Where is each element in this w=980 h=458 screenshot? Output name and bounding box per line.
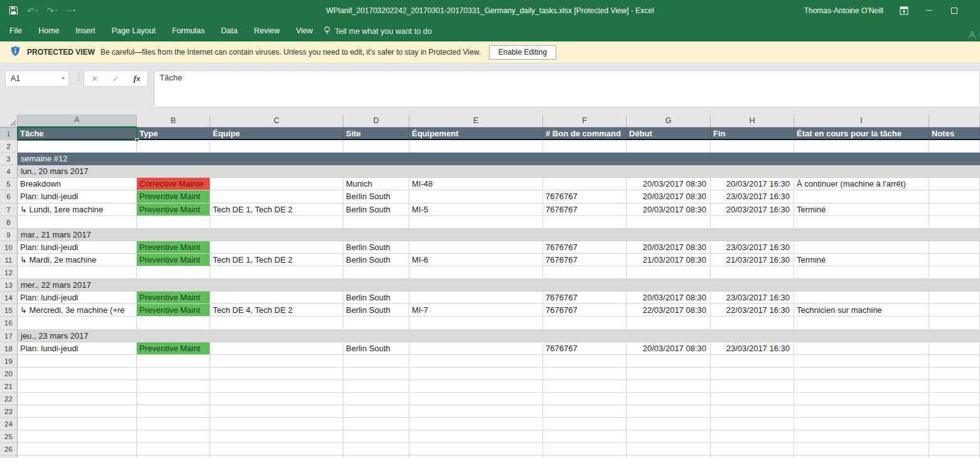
cell-F25[interactable] bbox=[543, 430, 627, 443]
cell-J10[interactable] bbox=[929, 241, 980, 254]
cell-D10[interactable]: Berlin South bbox=[343, 241, 409, 254]
row-header-25[interactable]: 25 bbox=[0, 430, 18, 443]
cell-E10[interactable] bbox=[409, 241, 543, 254]
cell-D5[interactable]: Munich bbox=[343, 178, 409, 190]
cell-G11[interactable]: 21/03/2017 08:30 bbox=[627, 254, 711, 266]
cell-F8[interactable] bbox=[543, 216, 627, 229]
cell-D18[interactable]: Berlin South bbox=[343, 342, 409, 355]
cell-F1[interactable]: # Bon de command bbox=[543, 128, 627, 140]
cell-B20[interactable] bbox=[137, 368, 210, 380]
ribbon-display-options-icon[interactable] bbox=[900, 6, 908, 15]
cell-H23[interactable] bbox=[711, 405, 794, 418]
cell-I24[interactable] bbox=[794, 418, 929, 430]
cell-D24[interactable] bbox=[343, 418, 409, 430]
cell-H26[interactable] bbox=[711, 443, 794, 455]
cell-F12[interactable] bbox=[543, 266, 627, 279]
cell-C8[interactable] bbox=[210, 216, 343, 229]
cell-E20[interactable] bbox=[409, 368, 543, 380]
tab-home[interactable]: Home bbox=[30, 21, 67, 41]
cell-B18[interactable]: Preventive Maint bbox=[137, 342, 210, 355]
cell-A1[interactable]: Tâche bbox=[18, 128, 137, 140]
redo-icon[interactable]: ↷▾ bbox=[46, 6, 57, 16]
cell-I26[interactable] bbox=[794, 443, 929, 455]
cell-B14[interactable]: Preventive Maint bbox=[137, 292, 210, 304]
cell-A6[interactable]: Plan: lundi-jeudi bbox=[18, 190, 137, 203]
cell-C21[interactable] bbox=[210, 380, 343, 393]
row-header-18[interactable]: 18 bbox=[0, 342, 18, 355]
cell-F20[interactable] bbox=[543, 368, 627, 380]
cell-C18[interactable] bbox=[210, 342, 343, 355]
cell-C7[interactable]: Tech DE 1, Tech DE 2 bbox=[210, 204, 343, 216]
cell-H22[interactable] bbox=[711, 393, 794, 405]
cell-H6[interactable]: 23/03/2017 16:30 bbox=[711, 190, 794, 203]
row-header-21[interactable]: 21 bbox=[0, 380, 18, 393]
cell-J27[interactable] bbox=[929, 455, 980, 458]
cell-I7[interactable]: Terminé bbox=[794, 204, 929, 216]
cell-D27[interactable] bbox=[343, 455, 409, 458]
cell-C26[interactable] bbox=[210, 443, 343, 455]
cell-E24[interactable] bbox=[409, 418, 543, 430]
cell-C15[interactable]: Tech DE 4, Tech DE 2 bbox=[210, 304, 343, 317]
cell-D26[interactable] bbox=[343, 443, 409, 455]
cell-H25[interactable] bbox=[711, 430, 794, 443]
cell-J22[interactable] bbox=[929, 393, 980, 405]
cell-E2[interactable] bbox=[409, 140, 543, 153]
cell-G23[interactable] bbox=[627, 405, 711, 418]
cell-J26[interactable] bbox=[929, 443, 980, 455]
row-header-16[interactable]: 16 bbox=[0, 317, 18, 329]
row-band-17[interactable]: jeu., 23 mars 2017 bbox=[18, 330, 980, 342]
cell-B19[interactable] bbox=[137, 355, 210, 368]
row-header-15[interactable]: 15 bbox=[0, 304, 18, 317]
cell-B11[interactable]: Preventive Maint bbox=[137, 254, 210, 266]
cell-E11[interactable]: MI-6 bbox=[409, 254, 543, 266]
cell-A11[interactable]: ↳ Mardi, 2e machine bbox=[18, 254, 137, 266]
cell-E27[interactable] bbox=[409, 455, 543, 458]
cell-G24[interactable] bbox=[627, 418, 711, 430]
cell-B7[interactable]: Preventive Maint bbox=[137, 204, 210, 216]
cell-A15[interactable]: ↳ Mercredi, 3e machine (+re bbox=[18, 304, 137, 317]
column-header-I[interactable]: I bbox=[794, 114, 929, 128]
column-header-E[interactable]: E bbox=[409, 114, 543, 128]
cell-B24[interactable] bbox=[137, 418, 210, 430]
cell-E16[interactable] bbox=[409, 317, 543, 329]
undo-icon[interactable]: ↶▾ bbox=[27, 6, 38, 16]
cell-G16[interactable] bbox=[627, 317, 711, 329]
cell-I20[interactable] bbox=[794, 368, 929, 380]
cell-F27[interactable] bbox=[543, 455, 627, 458]
row-header-6[interactable]: 6 bbox=[0, 190, 18, 203]
cell-F10[interactable]: 7676767 bbox=[543, 241, 627, 254]
cell-A27[interactable] bbox=[18, 455, 137, 458]
cell-D2[interactable] bbox=[343, 140, 409, 153]
cell-I11[interactable]: Terminé bbox=[794, 254, 929, 266]
cell-I8[interactable] bbox=[794, 216, 929, 229]
cell-B15[interactable]: Preventive Maint bbox=[137, 304, 210, 317]
customize-qat-icon[interactable]: ⋯▾ bbox=[67, 8, 76, 14]
cell-G8[interactable] bbox=[627, 216, 711, 229]
cell-G27[interactable] bbox=[627, 455, 711, 458]
cell-D1[interactable]: Site bbox=[343, 128, 409, 140]
cell-F6[interactable]: 7676767 bbox=[543, 190, 627, 203]
cell-I5[interactable]: À continuer (machine à l'arrêt) bbox=[794, 178, 929, 190]
tab-insert[interactable]: Insert bbox=[68, 21, 104, 41]
cell-E26[interactable] bbox=[409, 443, 543, 455]
cell-F19[interactable] bbox=[543, 355, 627, 368]
cell-G6[interactable]: 20/03/2017 08:30 bbox=[627, 190, 711, 203]
cell-F22[interactable] bbox=[543, 393, 627, 405]
cell-G20[interactable] bbox=[627, 368, 711, 380]
row-header-9[interactable]: 9 bbox=[0, 229, 18, 241]
cell-D19[interactable] bbox=[343, 355, 409, 368]
cell-G25[interactable] bbox=[627, 430, 711, 443]
cell-D14[interactable]: Berlin South bbox=[343, 292, 409, 304]
cell-A14[interactable]: Plan: lundi-jeudi bbox=[18, 292, 137, 304]
cell-F5[interactable] bbox=[543, 178, 627, 190]
cell-A2[interactable] bbox=[18, 140, 137, 153]
minimize-button[interactable] bbox=[925, 6, 934, 15]
cell-J23[interactable] bbox=[929, 405, 980, 418]
cell-G21[interactable] bbox=[627, 380, 711, 393]
row-band-13[interactable]: mer., 22 mars 2017 bbox=[18, 279, 980, 292]
cell-D21[interactable] bbox=[343, 380, 409, 393]
cell-G15[interactable]: 22/03/2017 08:30 bbox=[627, 304, 711, 317]
cell-E15[interactable]: MI-7 bbox=[409, 304, 543, 317]
column-header-D[interactable]: D bbox=[343, 114, 409, 128]
cancel-icon[interactable]: ✕ bbox=[91, 74, 98, 84]
